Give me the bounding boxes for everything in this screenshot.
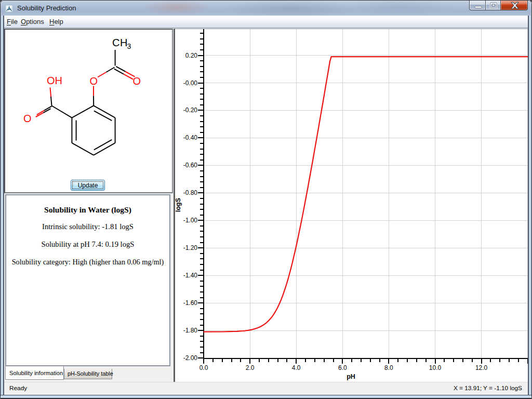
svg-text:12.0: 12.0 — [475, 364, 488, 371]
svg-text:-1.20: -1.20 — [183, 244, 198, 251]
svg-text:2.0: 2.0 — [246, 364, 255, 371]
svg-text:4.0: 4.0 — [292, 364, 301, 371]
svg-text:-0.80: -0.80 — [183, 189, 198, 196]
svg-text:-2.00: -2.00 — [183, 354, 198, 362]
svg-text:O: O — [133, 75, 141, 87]
svg-text:-1.00: -1.00 — [183, 217, 198, 224]
svg-text:OH: OH — [47, 75, 62, 86]
svg-text:3: 3 — [127, 42, 131, 50]
svg-text:6.0: 6.0 — [338, 364, 347, 371]
svg-text:-0.00: -0.00 — [183, 79, 198, 87]
svg-text:O: O — [23, 113, 32, 124]
svg-text:pH: pH — [347, 373, 355, 380]
svg-text:O: O — [90, 75, 98, 87]
svg-text:-0.20: -0.20 — [183, 107, 198, 114]
svg-text:-0.40: -0.40 — [183, 134, 198, 141]
svg-text:8.0: 8.0 — [384, 364, 393, 371]
svg-text:-1.80: -1.80 — [183, 327, 198, 334]
svg-text:0.0: 0.0 — [200, 364, 208, 371]
svg-text:-0.60: -0.60 — [183, 162, 198, 169]
svg-text:-1.60: -1.60 — [183, 299, 198, 307]
svg-text:CH: CH — [112, 37, 128, 48]
svg-text:-1.40: -1.40 — [183, 272, 198, 279]
svg-text:10.0: 10.0 — [429, 364, 442, 371]
svg-text:0.20: 0.20 — [185, 52, 198, 59]
svg-text:logS: logS — [175, 198, 182, 212]
